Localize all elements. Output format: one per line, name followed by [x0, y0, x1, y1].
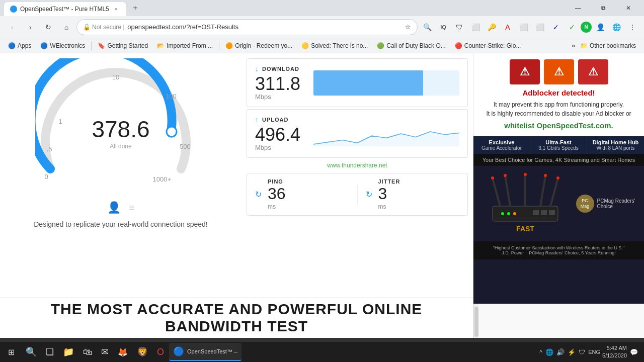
extension4-icon[interactable]: ✓ — [565, 20, 580, 35]
acrobat-icon[interactable]: A — [500, 20, 515, 35]
home-button[interactable]: ⌂ — [58, 19, 74, 35]
adblocker-notice: ⚠ ⚠ ⚠ Adblocker detected! It may prevent… — [473, 53, 644, 136]
left-section: 0 .5 1 10 100 500 1000+ 378.6 All done — [0, 53, 473, 338]
pcmag-badge: PCMag PCMag Readers'Choice — [576, 195, 635, 213]
active-tab[interactable]: OpenSpeedTest™ - Pure HTML5 × — [4, 2, 126, 16]
search-taskbar-button[interactable]: 🔍 — [22, 343, 41, 361]
svg-point-17 — [544, 174, 547, 177]
svg-text:100: 100 — [166, 93, 177, 100]
bookmark-welectronics[interactable]: 🔵 WElectronics — [36, 41, 89, 51]
ping-jitter-row: ↻ PING 36 ms ↻ JITTER — [247, 173, 468, 216]
speedometer-panel: 0 .5 1 10 100 500 1000+ 378.6 All done — [0, 53, 242, 297]
password-icon[interactable]: 🔑 — [484, 20, 499, 35]
pocket-icon[interactable]: ⬜ — [468, 20, 483, 35]
scrollbar-thumb[interactable] — [474, 307, 478, 337]
security-tray-icon[interactable]: 🛡 — [579, 348, 585, 356]
gauge-value: 378.6 — [92, 118, 149, 141]
forward-button[interactable]: › — [22, 19, 38, 35]
svg-point-21 — [513, 212, 516, 215]
download-info: ↓ DOWNLOAD 311.8 Mbps — [255, 65, 305, 101]
tab-bar: OpenSpeedTest™ - Pure HTML5 × + — [4, 0, 142, 16]
ping-item: ↻ PING 36 ms — [255, 178, 349, 210]
refresh-button[interactable]: ↻ — [40, 19, 56, 35]
tray-up-icon[interactable]: ^ — [539, 348, 542, 356]
new-tab-button[interactable]: + — [128, 1, 142, 15]
lock-icon: 🔓 — [83, 24, 91, 31]
bookmark-separator2 — [219, 41, 219, 50]
ad-icon-3: ⚠ — [578, 59, 608, 84]
more-bookmarks-btn[interactable]: » — [572, 42, 575, 49]
router-tagline: Your Best Choice for Games, 4K Streaming… — [473, 154, 644, 166]
notification-icon[interactable]: 💬 — [630, 348, 638, 356]
upload-header: ↑ UPLOAD — [255, 116, 305, 124]
bookmark-getting-started[interactable]: 🔖 Getting Started — [94, 41, 152, 51]
store-button[interactable]: 🛍 — [79, 343, 96, 361]
bookmarks-bar: 🔵 Apps 🔵 WElectronics 🔖 Getting Started … — [0, 38, 644, 53]
upload-value: 496.4 — [255, 126, 305, 144]
file-explorer-button[interactable]: 📁 — [59, 343, 78, 361]
shield-icon[interactable]: 🛡 — [452, 20, 467, 35]
battery-icon[interactable]: ⚡ — [568, 348, 576, 356]
other-favicon: 📁 — [580, 42, 588, 49]
bookmark-origin[interactable]: 🟠 Origin - Redeem yo... — [221, 41, 296, 51]
extension3-icon[interactable]: ✓ — [548, 20, 564, 35]
chrome-taskbar-button[interactable]: 🔵 OpenSpeedTest™ — ... — [169, 343, 242, 361]
extension5-icon[interactable]: N — [581, 22, 592, 33]
chrome-label: OpenSpeedTest™ — ... — [187, 348, 237, 354]
adblocker-line2: It is highly recommended to disable your… — [481, 109, 636, 118]
firefox-button[interactable]: 🦊 — [114, 343, 132, 361]
translate-icon[interactable]: 🌐 — [609, 20, 624, 35]
extension2-icon[interactable]: ⬜ — [532, 20, 547, 35]
page-content: 0 .5 1 10 100 500 1000+ 378.6 All done — [0, 53, 644, 338]
download-bar — [313, 70, 423, 96]
thundershare-attribution[interactable]: www.thundershare.net — [247, 160, 468, 171]
list-icon: ≡ — [129, 203, 134, 213]
bookmark-imported[interactable]: 📂 Imported From ... — [153, 41, 217, 51]
download-icon: ↓ — [255, 65, 259, 73]
scrollbar[interactable] — [473, 304, 478, 338]
iq-icon[interactable]: IQ — [436, 20, 451, 35]
profile-icon[interactable]: 👤 — [593, 20, 608, 35]
minimize-button[interactable]: — — [567, 0, 590, 16]
svg-point-19 — [501, 212, 504, 215]
svg-point-15 — [504, 174, 507, 177]
bookmark-cod[interactable]: 🟢 Call of Duty Black O... — [373, 41, 449, 51]
search-icon[interactable]: 🔍 — [420, 20, 435, 35]
bookmark-star-icon[interactable]: ☆ — [405, 23, 411, 31]
network-icon[interactable]: 🌐 — [545, 348, 553, 356]
tagline: Designed to replicate your real-world co… — [10, 216, 231, 232]
brave-button[interactable]: 🦁 — [133, 343, 152, 361]
maximize-button[interactable]: ⧉ — [592, 0, 615, 16]
address-bar[interactable]: 🔓 Not secure | openspeedtest.com/?ref=OS… — [76, 19, 418, 35]
mail-button[interactable]: ✉ — [97, 343, 113, 361]
svg-line-9 — [493, 178, 500, 206]
user-icon: 👤 — [107, 201, 121, 214]
start-button[interactable]: ⊞ — [2, 343, 21, 361]
extension1-icon[interactable]: ⬜ — [516, 20, 531, 35]
upload-icon: ↑ — [255, 116, 259, 124]
window-controls: — ⧉ ✕ — [567, 0, 640, 16]
volume-icon[interactable]: 🔊 — [556, 348, 565, 356]
adblocker-title: Adblocker detected! — [481, 88, 636, 97]
menu-icon[interactable]: ⋮ — [625, 20, 640, 35]
adblocker-line1: It may prevent this app from functioning… — [481, 100, 636, 109]
bookmark-solved[interactable]: 🟡 Solved: There is no... — [297, 41, 372, 51]
svg-text:500: 500 — [180, 143, 191, 150]
back-button[interactable]: ‹ — [4, 19, 20, 35]
bookmark-other[interactable]: 📁 Other bookmarks — [576, 41, 640, 51]
task-view-button[interactable]: ❑ — [42, 343, 58, 361]
office-button[interactable]: O — [153, 343, 168, 361]
cod-favicon: 🟢 — [377, 42, 384, 49]
upload-stat-box: ↑ UPLOAD 496.4 Mbps — [247, 109, 468, 158]
bookmark-csgo[interactable]: 🔴 Counter-Strike: Glo... — [451, 41, 525, 51]
close-button[interactable]: ✕ — [617, 0, 640, 16]
user-progress-row: 👤 ≡ — [97, 199, 144, 216]
svg-rect-22 — [533, 210, 539, 215]
svg-text:.5: .5 — [47, 145, 52, 153]
tab-close-btn[interactable]: × — [112, 5, 120, 13]
bookmark-apps[interactable]: 🔵 Apps — [4, 41, 35, 51]
svg-text:1: 1 — [58, 118, 62, 125]
system-tray: ^ 🌐 🔊 ⚡ 🛡 ENG 5:42 AM 5/12/2020 💬 — [535, 344, 642, 360]
imported-favicon: 📂 — [157, 42, 165, 49]
ad-panel: ⚠ ⚠ ⚠ Adblocker detected! It may prevent… — [473, 53, 644, 338]
